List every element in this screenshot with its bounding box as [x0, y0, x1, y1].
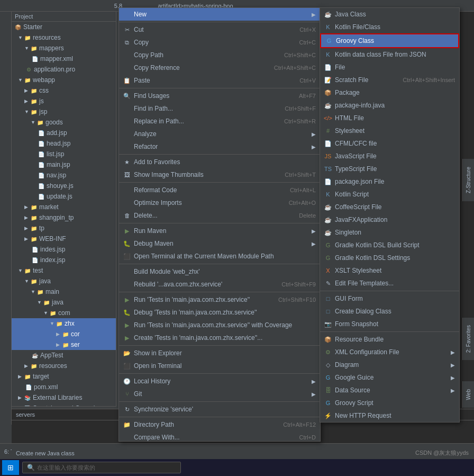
submenu-item-xslt[interactable]: X XSLT Stylesheet [320, 264, 459, 277]
menu-item-cut[interactable]: ✂ Cut Ctrl+X [119, 23, 320, 36]
submenu-item-google-guice[interactable]: G Google Guice ▶ [320, 371, 459, 384]
sidebar-item-test[interactable]: ▼ 📁 test [12, 265, 116, 276]
submenu-item-package-json[interactable]: 📄 package.json File [320, 175, 459, 188]
sidebar-item-resources-test[interactable]: ▶ 📁 resources [12, 361, 116, 371]
menu-item-run-coverage[interactable]: ▶ Run 'Tests in 'main.java.com.zhx.servi… [119, 319, 320, 331]
sidebar-item-application-props[interactable]: ⚙ application.pro [12, 64, 116, 75]
sidebar-item-main-jsp[interactable]: 📄 main.jsp [12, 159, 116, 170]
sidebar-item-mappers[interactable]: ▼ 📁 mappers [12, 43, 116, 53]
sidebar-item-com[interactable]: ▼ 📁 com [12, 308, 116, 318]
menu-item-delete[interactable]: 🗑 Delete... Delete [119, 209, 320, 222]
sidebar-item-tp[interactable]: ▶ 📁 tp [12, 223, 116, 233]
submenu-item-create-dialog-class[interactable]: □ Create Dialog Class [320, 305, 459, 318]
submenu-item-kotlin-json[interactable]: K Kotlin data class File from JSON [320, 48, 459, 61]
menu-item-synchronize[interactable]: ↻ Synchronize 'service' [119, 403, 320, 416]
menu-item-build-module[interactable]: Build Module 'web_zhx' [119, 265, 320, 278]
submenu-item-singleton[interactable]: ☕ Singleton [320, 226, 459, 239]
submenu-item-gradle-kotlin-build[interactable]: G Gradle Kotlin DSL Build Script [320, 239, 459, 252]
menu-item-open-terminal-maven[interactable]: ⬛ Open Terminal at the Current Maven Mod… [119, 250, 320, 263]
sidebar-item-add-jsp[interactable]: 📄 add.jsp [12, 128, 116, 138]
menu-item-directory-path[interactable]: 📁 Directory Path Ctrl+Alt+F12 [119, 418, 320, 431]
menu-item-debug-tests[interactable]: 🐛 Debug 'Tests in 'main.java.com.zhx.ser… [119, 306, 320, 319]
z-structure-panel[interactable]: Z-Structure [462, 159, 474, 201]
menu-item-run-maven[interactable]: ▶ Run Maven ▶ [119, 224, 320, 237]
sidebar-item-target[interactable]: ▶ 📁 target [12, 371, 116, 382]
submenu-item-package-info[interactable]: ☕ package-info.java [320, 99, 459, 112]
submenu-item-resource-bundle[interactable]: 📦 Resource Bundle [320, 333, 459, 346]
menu-item-local-history[interactable]: 🕐 Local History ▶ [119, 375, 320, 388]
submenu-item-groovy-script[interactable]: G Groovy Script [320, 397, 459, 409]
sidebar-item-shouye-js[interactable]: 📄 shouye.js [12, 181, 116, 191]
menu-item-copy[interactable]: ⧉ Copy Ctrl+C [119, 36, 320, 49]
submenu-item-html-file[interactable]: </> HTML File [320, 112, 459, 124]
menu-item-compare-with[interactable]: Compare With... Ctrl+D [119, 431, 320, 442]
submenu-item-stylesheet[interactable]: # Stylesheet [320, 124, 459, 137]
sidebar-item-css[interactable]: ▶ 📁 css [12, 85, 116, 96]
sidebar-item-java-main[interactable]: ▼ 📁 java [12, 297, 116, 308]
menu-item-copy-reference[interactable]: Copy Reference Ctrl+Alt+Shift+C [119, 61, 320, 74]
menu-item-reformat[interactable]: Reformat Code Ctrl+Alt+L [119, 184, 320, 196]
submenu-item-data-source[interactable]: 🗄 Data Source ▶ [320, 384, 459, 397]
submenu-item-coffeescript[interactable]: ☕ CoffeeScript File [320, 201, 459, 213]
menu-item-debug-maven[interactable]: 🐛 Debug Maven ▶ [119, 237, 320, 250]
sidebar-item-nav-jsp[interactable]: 📄 nav.jsp [12, 170, 116, 181]
sidebar-item-main[interactable]: ▼ 📁 main [12, 286, 116, 297]
menu-item-add-favorites[interactable]: ★ Add to Favorites [119, 156, 320, 168]
sidebar-item-resources[interactable]: ▼ 📁 resources [12, 32, 116, 43]
menu-item-optimize-imports[interactable]: Optimize Imports Ctrl+Alt+O [119, 196, 320, 209]
submenu-item-kotlin-class[interactable]: K Kotlin File/Class [320, 21, 459, 33]
menu-item-find-usages[interactable]: 🔍 Find Usages Alt+F7 [119, 89, 320, 102]
sidebar-item-index-jsp[interactable]: 📄 index.jsp [12, 255, 116, 265]
sidebar-item-js[interactable]: ▶ 📁 js [12, 96, 116, 106]
sidebar-item-list-jsp[interactable]: 📄 list.jsp [12, 149, 116, 159]
sidebar-item-market[interactable]: ▶ 📁 market [12, 202, 116, 212]
taskbar-search[interactable]: 🔍 在这里输入你要搜索的 [22, 462, 181, 473]
web-panel[interactable]: Web [462, 381, 474, 408]
submenu-item-groovy-class[interactable]: G Groovy Class [320, 33, 459, 48]
menu-item-find-in-path[interactable]: Find in Path... Ctrl+Shift+F [119, 102, 320, 115]
sidebar-item-ser[interactable]: ▶ 📁 ser [12, 339, 116, 350]
submenu-item-edit-templates[interactable]: ✎ Edit File Templates... [320, 277, 459, 290]
menu-item-replace-in-path[interactable]: Replace in Path... Ctrl+Shift+R [119, 115, 320, 128]
menu-item-new[interactable]: New ▶ [119, 8, 320, 21]
menu-item-paste[interactable]: 📋 Paste Ctrl+V [119, 74, 320, 87]
menu-item-show-explorer[interactable]: 📂 Show in Explorer [119, 347, 320, 360]
sidebar-item-java-test[interactable]: ▼ 📁 java [12, 276, 116, 286]
sidebar-item-mapper-xml[interactable]: 📄 mapper.xml [12, 53, 116, 64]
submenu-item-xml-config[interactable]: ⚙ XML Configuration File ▶ [320, 346, 459, 358]
submenu-item-gradle-kotlin-settings[interactable]: G Gradle Kotlin DSL Settings [320, 252, 459, 264]
submenu-item-gui-form[interactable]: □ GUI Form [320, 292, 459, 305]
menu-item-create-tests[interactable]: ▶ Create 'Tests in 'main.java.com.zhx.se… [119, 331, 320, 344]
sidebar-item-indes-jsp[interactable]: 📄 indes.jsp [12, 244, 116, 255]
submenu-item-scratch-file[interactable]: 📝 Scratch File Ctrl+Alt+Shift+Insert [320, 74, 459, 86]
submenu-item-form-snapshot[interactable]: 📷 Form Snapshot [320, 318, 459, 330]
sidebar-item-jsp[interactable]: ▼ 📁 jsp [12, 106, 116, 117]
menu-item-analyze[interactable]: Analyze ▶ [119, 128, 320, 140]
sidebar-item-cor[interactable]: ▶ 📁 cor [12, 329, 116, 339]
submenu-item-typescript[interactable]: TS TypeScript File [320, 163, 459, 175]
sidebar-item-goods[interactable]: ▼ 📁 goods [12, 117, 116, 128]
menu-item-run-tests[interactable]: ▶ Run 'Tests in 'main.java.com.zhx.servi… [119, 293, 320, 306]
submenu-item-file[interactable]: 📄 File [320, 61, 459, 74]
sidebar-item-head-jsp[interactable]: 📄 head.jsp [12, 138, 116, 149]
favorites-panel[interactable]: 2: Favorites [462, 318, 474, 360]
menu-item-rebuild[interactable]: Rebuild '...ava.com.zhx.service' Ctrl+Sh… [119, 278, 320, 291]
submenu-item-cfml[interactable]: 📄 CFML/CFC file [320, 137, 459, 150]
submenu-item-diagram[interactable]: ◇ Diagram ▶ [320, 358, 459, 371]
menu-item-show-thumbnails[interactable]: 🖼 Show Image Thumbnails Ctrl+Shift+T [119, 168, 320, 181]
submenu-item-java-class[interactable]: ☕ Java Class [320, 8, 459, 21]
sidebar-item-apptest[interactable]: ☕ AppTest [12, 350, 116, 361]
menu-item-git[interactable]: ⑂ Git ▶ [119, 388, 320, 400]
sidebar-item-webinf[interactable]: ▶ 📁 WEB-INF [12, 233, 116, 244]
sidebar-item-pom-xml[interactable]: 📄 pom.xml [12, 382, 116, 392]
sidebar-item-webapp[interactable]: ▼ 📁 webapp [12, 75, 116, 85]
sidebar-item-starter[interactable]: 📦 Starter [12, 22, 116, 32]
submenu-item-http-request[interactable]: ⚡ New HTTP Request [320, 409, 459, 422]
menu-item-refactor[interactable]: Refactor ▶ [119, 140, 320, 153]
submenu-item-javascript[interactable]: JS JavaScript File [320, 150, 459, 163]
sidebar-item-shangpin[interactable]: ▶ 📁 shangpin_tp [12, 212, 116, 223]
menu-item-copy-path[interactable]: Copy Path Ctrl+Shift+C [119, 49, 320, 61]
sidebar-item-external-libraries[interactable]: ▶ 📚 External Libraries [12, 392, 116, 403]
submenu-item-package[interactable]: 📦 Package [320, 86, 459, 99]
menu-item-open-terminal[interactable]: ⬛ Open in Terminal [119, 360, 320, 372]
